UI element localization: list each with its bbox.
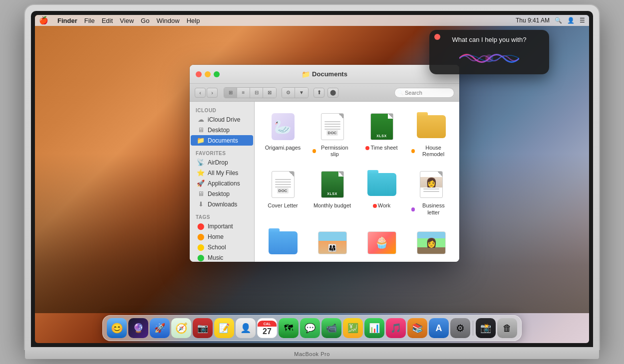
menubar-user-icon[interactable]: 👤 bbox=[567, 17, 575, 24]
window-maximize-button[interactable] bbox=[214, 71, 220, 77]
permission-tag-dot bbox=[312, 149, 316, 153]
file-item-coverletter[interactable]: DOC Cover Letter bbox=[261, 166, 305, 218]
file-item-budget[interactable]: XLSX Monthly budget bbox=[310, 166, 354, 218]
sidebar-tag-music[interactable]: ⬤ Music bbox=[191, 252, 253, 262]
file-item-summer[interactable]: Summer Plans bbox=[261, 224, 305, 262]
business-tag-dot bbox=[411, 207, 415, 211]
file-item-cupcakes[interactable]: 🧁 Birthday Cupcakes bbox=[359, 224, 404, 262]
dock-photo-booth[interactable]: 📷 bbox=[193, 318, 213, 338]
menubar-left: 🍎 Finder File Edit View Go Window Help bbox=[39, 16, 200, 25]
toolbar-tag-button[interactable]: ⬤ bbox=[327, 88, 338, 98]
macbook-bottom-bar: MacBook Pro bbox=[25, 349, 599, 359]
menubar: 🍎 Finder File Edit View Go Window Help T… bbox=[35, 15, 589, 26]
file-item-work[interactable]: Work bbox=[359, 166, 404, 218]
dock-itunes[interactable]: 🎵 bbox=[386, 318, 406, 338]
toolbar-action-button[interactable]: ▼ bbox=[295, 88, 308, 98]
dock-ibooks[interactable]: 📚 bbox=[407, 318, 427, 338]
file-icon-timesheet: XLSX bbox=[366, 111, 398, 143]
dock-facetime[interactable]: 📹 bbox=[321, 318, 341, 338]
dock-safari[interactable]: 🧭 bbox=[171, 318, 191, 338]
menubar-window[interactable]: Window bbox=[156, 17, 179, 24]
menubar-edit[interactable]: Edit bbox=[102, 17, 113, 24]
menubar-view[interactable]: View bbox=[120, 17, 134, 24]
file-item-timesheet[interactable]: XLSX Time sheet bbox=[359, 108, 404, 161]
siri-close-button[interactable] bbox=[434, 34, 440, 40]
applications-icon: 🚀 bbox=[197, 180, 205, 187]
toolbar-icon-view-button[interactable]: ⊞ bbox=[224, 88, 237, 98]
sidebar-label-downloads: Downloads bbox=[208, 201, 237, 208]
toolbar-nav: ‹ › bbox=[195, 88, 218, 98]
menubar-file[interactable]: File bbox=[84, 17, 95, 24]
timesheet-tag-dot bbox=[365, 146, 369, 150]
file-icon-work bbox=[366, 169, 398, 200]
dock-launchpad[interactable]: 🚀 bbox=[150, 318, 170, 338]
svg-point-0 bbox=[485, 54, 493, 62]
toolbar-list-view-button[interactable]: ≡ bbox=[237, 88, 250, 98]
file-icon-house bbox=[415, 111, 447, 143]
toolbar-back-button[interactable]: ‹ bbox=[195, 88, 206, 98]
sidebar-item-applications[interactable]: 🚀 Applications bbox=[191, 178, 253, 188]
file-item-house[interactable]: House Remodel bbox=[409, 108, 453, 161]
sidebar-tag-school[interactable]: ⬤ School bbox=[191, 242, 253, 252]
toolbar-cover-flow-button[interactable]: ⊠ bbox=[263, 88, 276, 98]
toolbar-arrange-button[interactable]: ⚙ bbox=[282, 88, 295, 98]
file-name-summer: Summer Plans bbox=[263, 261, 303, 262]
window-minimize-button[interactable] bbox=[205, 71, 211, 77]
dock-photos2[interactable]: 📸 bbox=[476, 318, 496, 338]
house-tag-dot bbox=[411, 149, 415, 153]
photo-cupcakes: 🧁 bbox=[367, 231, 396, 254]
dock-messages[interactable]: 💬 bbox=[300, 318, 320, 338]
menubar-search-icon[interactable]: 🔍 bbox=[555, 17, 562, 24]
dock-trash[interactable]: 🗑 bbox=[497, 318, 517, 338]
dock-calendar[interactable]: CAL 27 bbox=[257, 318, 277, 338]
sidebar-item-airdrop[interactable]: 📡 AirDrop bbox=[191, 157, 253, 168]
sidebar-item-desktop[interactable]: 🖥 Desktop bbox=[191, 125, 253, 135]
window-close-button[interactable] bbox=[196, 71, 202, 77]
sidebar-item-all-my-files[interactable]: ⭐ All My Files bbox=[191, 168, 253, 178]
xlsx-icon-budget: XLSX bbox=[321, 171, 344, 198]
sidebar-favorites-label: Favorites bbox=[190, 149, 254, 157]
sidebar: iCloud ☁ iCloud Drive 🖥 Desktop 📁 Docume… bbox=[190, 102, 255, 262]
macbook-label: MacBook Pro bbox=[294, 351, 330, 357]
toolbar-share-button[interactable]: ⬆ bbox=[313, 88, 324, 98]
file-item-origami[interactable]: 🦢 Origami.pages bbox=[261, 108, 305, 161]
menubar-help[interactable]: Help bbox=[187, 17, 200, 24]
finder-window: 📁 Documents ‹ › ⊞ ≡ ⊟ ⊠ bbox=[190, 65, 459, 262]
xlsx-label-budget: XLSX bbox=[327, 192, 337, 195]
dock-numbers[interactable]: 📊 bbox=[364, 318, 384, 338]
file-item-beach[interactable]: 👨‍👩‍👧 Day at the beach bbox=[310, 224, 354, 262]
xlsx-label-timesheet: XLSX bbox=[376, 134, 386, 138]
toolbar-forward-button[interactable]: › bbox=[207, 88, 218, 98]
dock-notes[interactable]: 📝 bbox=[214, 318, 234, 338]
menubar-go[interactable]: Go bbox=[141, 17, 149, 24]
sidebar-item-documents[interactable]: 📁 Documents bbox=[191, 135, 253, 146]
siri-prompt: What can I help you with? bbox=[452, 36, 527, 43]
search-input[interactable] bbox=[394, 88, 454, 98]
dock-appstore[interactable]: A bbox=[429, 318, 449, 338]
doc-badge-coverletter: DOC bbox=[277, 188, 289, 193]
file-item-trip[interactable]: 👩 Derreks Trip.zip bbox=[409, 224, 453, 262]
toolbar-column-view-button[interactable]: ⊟ bbox=[250, 88, 263, 98]
sidebar-item-icloud-drive[interactable]: ☁ iCloud Drive bbox=[191, 114, 253, 125]
apple-menu[interactable]: 🍎 bbox=[39, 16, 48, 25]
file-icon-trip: 👩 bbox=[415, 227, 447, 259]
menubar-list-icon[interactable]: ☰ bbox=[580, 17, 585, 24]
siri-wave bbox=[459, 48, 519, 68]
dock-stocks[interactable]: 💹 bbox=[343, 318, 363, 338]
sidebar-item-downloads[interactable]: ⬇ Downloads bbox=[191, 199, 253, 209]
dock-maps[interactable]: 🗺 bbox=[279, 318, 299, 338]
sidebar-tag-home[interactable]: ⬤ Home bbox=[191, 231, 253, 242]
dock-contacts[interactable]: 👤 bbox=[236, 318, 256, 338]
doc-icon-business: 👩 bbox=[420, 171, 443, 198]
dock-siri[interactable]: 🔮 bbox=[128, 318, 148, 338]
dock-system-prefs[interactable]: ⚙ bbox=[450, 318, 470, 338]
menubar-finder[interactable]: Finder bbox=[57, 17, 77, 24]
dock-finder[interactable]: 😊 bbox=[107, 318, 127, 338]
file-item-business[interactable]: 👩 Business letter bbox=[409, 166, 453, 218]
file-icon-origami: 🦢 bbox=[267, 111, 299, 143]
doc-lines-business bbox=[423, 188, 439, 192]
file-item-permission[interactable]: DOC Permission slip bbox=[310, 108, 354, 161]
sidebar-item-desktop2[interactable]: 🖥 Desktop bbox=[191, 188, 253, 199]
sidebar-tag-important[interactable]: ⬤ Important bbox=[191, 221, 253, 231]
sidebar-label-desktop: Desktop bbox=[208, 127, 230, 134]
